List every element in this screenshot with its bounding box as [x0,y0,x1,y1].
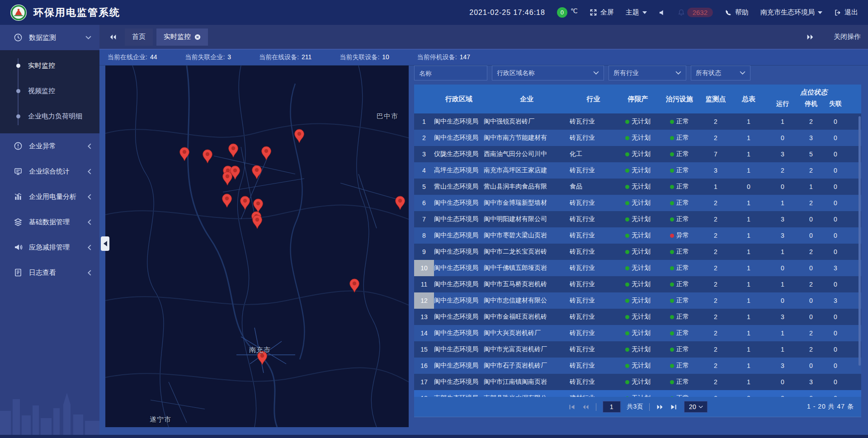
sidebar-item[interactable]: 企业用电量分析 [0,184,99,209]
table-row[interactable]: 4高坪生态环境局南充市高坪区王家店建砖瓦行业无计划正常31220 [414,162,861,179]
help-label: 帮助 [735,8,749,17]
close-icon[interactable] [194,34,201,40]
log-icon [14,268,23,277]
mute-button[interactable] [659,9,666,16]
table-row[interactable]: 6阆中生态环境局阆中市金博瑞新型墙材砖瓦行业无计划正常21120 [414,195,861,211]
map-canvas[interactable]: 巴中市南充市遂宁市 [105,66,409,427]
fullscreen-button[interactable]: 全屏 [590,8,614,17]
map-pin-icon[interactable] [179,147,190,161]
row-number: 16 [414,358,434,374]
notifications[interactable]: 2632 [678,8,713,17]
row-meters: 1 [731,374,766,390]
map-pin-icon[interactable] [202,149,213,164]
industry-select-value: 所有行业 [613,69,639,77]
chart-icon [14,192,23,201]
col-lost: 失联 [823,100,848,113]
row-points: 2 [700,341,731,358]
sidebar-subitem[interactable]: 企业电力负荷明细 [0,104,99,129]
row-facility-status: 正常 [659,309,700,325]
org-dropdown[interactable]: 南充市生态环境局 [760,8,822,17]
row-stop-count: 0 [799,260,823,276]
tabs-scroll-right-button[interactable] [802,29,818,45]
theme-dropdown[interactable]: 主题 [626,8,647,17]
name-search-field[interactable] [414,66,487,80]
row-points: 2 [700,195,731,211]
table-row[interactable]: 14阆中生态环境局阆中大兴页岩机砖厂砖瓦行业无计划正常21120 [414,325,861,341]
table-scrollbar[interactable] [859,116,861,366]
row-limit-status: 无计划 [617,341,659,358]
status-dot-icon [670,331,674,335]
row-region: 阆中生态环境局 [434,325,484,341]
table-row[interactable]: 2阆中生态环境局阆中市南方节能建材有砖瓦行业无计划正常21030 [414,130,861,146]
map-pin-icon[interactable] [222,193,232,208]
row-run-count: 2 [766,162,799,179]
table-row[interactable]: 12阆中生态环境局阆中市忠信建材有限公砖瓦行业无计划正常21003 [414,292,861,309]
row-stop-count: 2 [799,195,823,211]
sidebar-item[interactable]: 基础数据管理 [0,209,99,235]
table-row[interactable]: 13阆中生态环境局阆中市金福旺页岩机砖砖瓦行业无计划正常21300 [414,309,861,325]
table-row[interactable]: 7阆中生态环境局阆中明阳建材有限公司砖瓦行业无计划正常21300 [414,211,861,227]
table-row[interactable]: 1阆中生态环境局阆中强锐页岩砖厂砖瓦行业无计划正常21120 [414,113,861,130]
page-size-select[interactable]: 20 [684,401,708,413]
tab-realtime-monitor[interactable]: 实时监控 [156,28,208,46]
logout-label: 退出 [844,8,858,17]
sidebar-item[interactable]: 应急减排管理 [0,235,99,260]
limit-label: 无计划 [632,280,651,288]
close-operations-button[interactable]: 关闭操作 [834,33,861,41]
row-region: 仪陇生态环境局 [434,146,484,162]
table-row[interactable]: 5营山生态环境局营山县润丰肉食品有限食品无计划正常10010 [414,179,861,195]
sidebar-item[interactable]: 企业异常 [0,133,99,159]
sidebar-subitem[interactable]: 实时监控 [0,53,99,78]
logout-button[interactable]: 退出 [834,8,858,17]
region-select[interactable]: 行政区域名称 [492,66,604,80]
status-dot-icon [670,266,674,270]
row-industry: 砖瓦行业 [570,130,617,146]
tab-home[interactable]: 首页 [125,28,153,46]
col-group-point-status: 点位状态 [766,85,861,100]
page-number-input[interactable]: 1 [603,401,621,413]
map-pin-icon[interactable] [349,278,360,293]
map-pin-icon[interactable] [261,146,272,160]
map-collapse-handle[interactable] [101,236,109,251]
map-pin-icon[interactable] [251,165,262,179]
help-button[interactable]: 帮助 [725,8,749,17]
map-pin-icon[interactable] [222,171,233,186]
tabs-scroll-left-button[interactable] [105,29,121,45]
table-row[interactable]: 17阆中生态环境局阆中市江南镇阆南页岩砖瓦行业无计划正常21030 [414,374,861,390]
table-row[interactable]: 11阆中生态环境局阆中市五马桥页岩机砖砖瓦行业无计划正常21120 [414,276,861,292]
col-no [414,85,434,113]
map-pin-icon[interactable] [294,129,305,143]
table-row[interactable]: 8阆中生态环境局阆中市枣碧大梁山页岩砖瓦行业无计划异常21300 [414,227,861,244]
sidebar-item[interactable]: 企业综合统计 [0,159,99,184]
stats-bar: 当前在线企业: 44 当前失联企业: 3 当前在线设备: 211 当前失联设备:… [99,50,868,66]
table-row[interactable]: 9阆中生态环境局阆中市二龙长宝页岩砖砖瓦行业无计划正常21120 [414,244,861,260]
map-pin-icon[interactable] [395,196,406,210]
row-facility-status: 正常 [659,358,700,374]
table-row[interactable]: 10阆中生态环境局阆中千佛镇五郎垭页岩砖瓦行业无计划正常21003 [414,260,861,276]
map-pin-icon[interactable] [252,215,263,229]
last-page-button[interactable] [670,404,678,410]
row-stop-count: 0 [799,227,823,244]
sidebar-item[interactable]: 数据监测 [0,25,99,50]
first-page-button[interactable] [568,404,576,410]
name-search-input[interactable] [419,70,482,77]
status-dot-icon [670,201,674,205]
facility-label: 正常 [676,118,689,126]
table-row[interactable]: 3仪陇生态环境局西南油气田分公司川中化工无计划正常71350 [414,146,861,162]
industry-select[interactable]: 所有行业 [609,66,686,80]
table-row[interactable]: 16阆中生态环境局阆中市石子页岩机砖厂砖瓦行业无计划正常21300 [414,358,861,374]
prev-page-button[interactable] [582,404,590,410]
row-meters: 0 [731,179,766,195]
status-select[interactable]: 所有状态 [691,66,750,80]
sidebar-item[interactable]: 日志查看 [0,260,99,285]
next-page-button[interactable] [656,404,664,410]
chevron-left-icon [87,194,91,200]
row-industry: 砖瓦行业 [570,211,617,227]
map-pin-icon[interactable] [240,196,250,210]
row-company: 南充市高坪区王家店建 [484,162,570,179]
row-region: 阆中生态环境局 [434,244,484,260]
sidebar-subitem[interactable]: 视频监控 [0,78,99,104]
map-pin-icon[interactable] [228,143,239,158]
table-row[interactable]: 15阆中生态环境局阆中市光富页岩机砖厂砖瓦行业无计划正常21120 [414,341,861,358]
row-run-count: 1 [766,341,799,358]
